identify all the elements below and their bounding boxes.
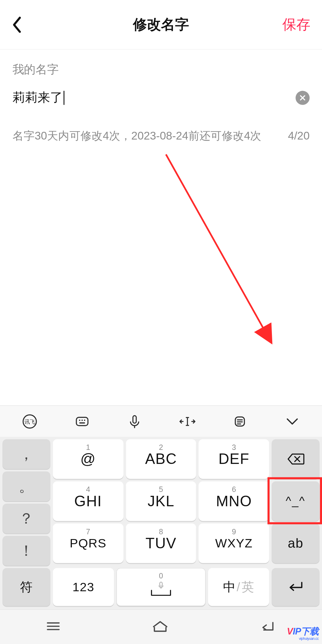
hint-text: 名字30天内可修改4次，2023-08-24前还可修改4次 xyxy=(13,129,261,143)
key-3-def[interactable]: 3DEF xyxy=(199,439,269,479)
system-nav-bar xyxy=(0,609,322,644)
clear-button[interactable] xyxy=(295,91,309,105)
punct-column: ， 。 ？ ！ xyxy=(2,439,50,566)
key-period[interactable]: 。 xyxy=(2,471,50,501)
key-language-toggle[interactable]: 中/英 xyxy=(208,568,269,606)
key-2-abc[interactable]: 2ABC xyxy=(126,439,196,479)
field-label: 我的名字 xyxy=(13,62,310,78)
back-button[interactable] xyxy=(12,16,23,33)
key-space[interactable]: 0 xyxy=(116,568,205,606)
keyboard-bottom-row: 符 123 0 中/英 xyxy=(0,568,322,609)
watermark: VIP下载 viphuiyuan.cc xyxy=(287,627,319,641)
key-5-jkl[interactable]: 5JKL xyxy=(126,481,196,521)
key-question[interactable]: ？ xyxy=(2,504,50,533)
svg-rect-7 xyxy=(79,422,85,423)
svg-point-6 xyxy=(84,419,85,421)
annotation-arrow xyxy=(159,153,278,347)
name-input-row: 莉莉来了 xyxy=(13,89,310,117)
nav-recents[interactable] xyxy=(45,620,61,634)
hint-row: 名字30天内可修改4次，2023-08-24前还可修改4次 4/20 xyxy=(13,129,310,143)
name-input[interactable]: 莉莉来了 xyxy=(13,89,64,106)
key-7-pqrs[interactable]: 7PQRS xyxy=(53,524,123,563)
svg-rect-8 xyxy=(133,416,136,423)
ime-keyboard: 讯飞 ， 。 ？ ！ 1@ 2ABC xyxy=(0,405,322,644)
keyboard-toolbar: 讯飞 xyxy=(0,405,322,437)
keyboard-layout-icon[interactable] xyxy=(73,412,91,431)
watermark-url: viphuiyuan.cc xyxy=(299,637,319,640)
mic-icon xyxy=(158,582,164,589)
save-button[interactable]: 保存 xyxy=(282,15,310,34)
enter-icon xyxy=(287,581,304,593)
voice-input-icon[interactable] xyxy=(126,412,144,431)
watermark-text: 下载 xyxy=(301,626,319,637)
key-backspace[interactable] xyxy=(272,439,320,479)
backspace-icon xyxy=(287,453,305,466)
key-exclaim[interactable]: ！ xyxy=(2,536,50,566)
cursor-move-icon[interactable] xyxy=(178,412,196,431)
svg-point-5 xyxy=(81,419,83,421)
key-9-wxyz[interactable]: 9WXYZ xyxy=(199,524,269,563)
svg-line-0 xyxy=(166,154,270,340)
svg-rect-14 xyxy=(160,582,162,586)
svg-text:讯飞: 讯飞 xyxy=(24,419,35,425)
key-ab[interactable]: ab xyxy=(272,524,320,563)
svg-point-4 xyxy=(79,419,80,421)
key-123[interactable]: 123 xyxy=(53,568,114,606)
key-1-at[interactable]: 1@ xyxy=(53,439,123,479)
key-enter[interactable] xyxy=(272,568,320,606)
header: 修改名字 保存 xyxy=(0,0,322,49)
page-title: 修改名字 xyxy=(133,15,189,34)
space-bar-icon xyxy=(150,589,172,597)
xunfei-icon[interactable]: 讯飞 xyxy=(21,412,39,431)
func-column: ^_^ ab xyxy=(272,439,320,566)
key-6-mno[interactable]: 6MNO xyxy=(199,481,269,521)
clipboard-icon[interactable] xyxy=(231,412,249,431)
char-counter: 4/20 xyxy=(288,130,310,143)
collapse-keyboard-icon[interactable] xyxy=(283,412,301,431)
svg-rect-3 xyxy=(76,417,88,425)
key-comma[interactable]: ， xyxy=(2,439,50,469)
text-cursor xyxy=(64,91,64,105)
nav-back[interactable] xyxy=(259,619,277,635)
key-emoticon[interactable]: ^_^ xyxy=(272,481,320,521)
name-input-value: 莉莉来了 xyxy=(13,89,63,106)
key-8-tuv[interactable]: 8TUV xyxy=(126,524,196,563)
key-symbols[interactable]: 符 xyxy=(2,568,50,606)
nav-home[interactable] xyxy=(151,619,169,635)
close-icon xyxy=(299,94,306,101)
name-form: 我的名字 莉莉来了 名字30天内可修改4次，2023-08-24前还可修改4次 … xyxy=(0,49,322,143)
key-4-ghi[interactable]: 4GHI xyxy=(53,481,123,521)
